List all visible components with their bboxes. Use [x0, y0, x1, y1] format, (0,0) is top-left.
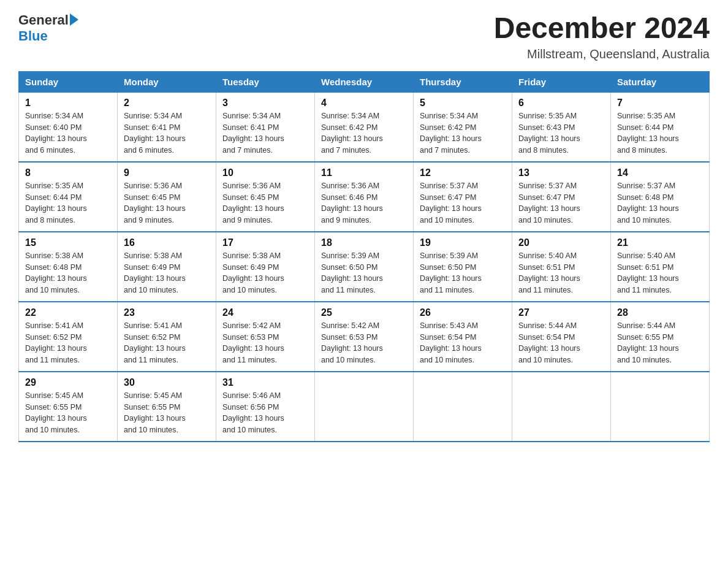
day-info: Sunrise: 5:36 AM Sunset: 6:46 PM Dayligh… [321, 180, 407, 226]
calendar-table: SundayMondayTuesdayWednesdayThursdayFrid… [18, 71, 710, 442]
calendar-title: December 2024 [494, 12, 710, 45]
day-number: 8 [25, 167, 111, 178]
day-info: Sunrise: 5:38 AM Sunset: 6:48 PM Dayligh… [25, 250, 111, 296]
header: General Blue December 2024 Millstream, Q… [18, 12, 710, 61]
day-cell [414, 372, 512, 442]
day-cell: 2Sunrise: 5:34 AM Sunset: 6:41 PM Daylig… [118, 92, 216, 162]
day-number: 13 [518, 167, 604, 178]
day-number: 31 [222, 377, 308, 388]
week-row-4: 22Sunrise: 5:41 AM Sunset: 6:52 PM Dayli… [19, 302, 710, 372]
day-number: 30 [124, 377, 210, 388]
day-info: Sunrise: 5:34 AM Sunset: 6:41 PM Dayligh… [124, 110, 210, 156]
day-info: Sunrise: 5:37 AM Sunset: 6:47 PM Dayligh… [518, 180, 604, 226]
day-info: Sunrise: 5:35 AM Sunset: 6:44 PM Dayligh… [617, 110, 703, 156]
day-number: 23 [124, 307, 210, 318]
day-cell: 20Sunrise: 5:40 AM Sunset: 6:51 PM Dayli… [512, 232, 611, 302]
day-number: 27 [518, 307, 604, 318]
day-cell: 3Sunrise: 5:34 AM Sunset: 6:41 PM Daylig… [216, 92, 315, 162]
day-info: Sunrise: 5:39 AM Sunset: 6:50 PM Dayligh… [321, 250, 407, 296]
day-info: Sunrise: 5:34 AM Sunset: 6:40 PM Dayligh… [25, 110, 111, 156]
day-info: Sunrise: 5:34 AM Sunset: 6:42 PM Dayligh… [420, 110, 506, 156]
day-info: Sunrise: 5:40 AM Sunset: 6:51 PM Dayligh… [518, 250, 604, 296]
week-row-5: 29Sunrise: 5:45 AM Sunset: 6:55 PM Dayli… [19, 372, 710, 442]
day-cell: 29Sunrise: 5:45 AM Sunset: 6:55 PM Dayli… [19, 372, 118, 442]
day-number: 17 [222, 237, 308, 248]
day-info: Sunrise: 5:42 AM Sunset: 6:53 PM Dayligh… [222, 320, 308, 366]
day-cell: 25Sunrise: 5:42 AM Sunset: 6:53 PM Dayli… [315, 302, 414, 372]
day-cell: 22Sunrise: 5:41 AM Sunset: 6:52 PM Dayli… [19, 302, 118, 372]
day-number: 24 [222, 307, 308, 318]
week-row-1: 1Sunrise: 5:34 AM Sunset: 6:40 PM Daylig… [19, 92, 710, 162]
week-row-3: 15Sunrise: 5:38 AM Sunset: 6:48 PM Dayli… [19, 232, 710, 302]
day-info: Sunrise: 5:34 AM Sunset: 6:42 PM Dayligh… [321, 110, 407, 156]
header-cell-saturday: Saturday [611, 71, 710, 92]
title-section: December 2024 Millstream, Queensland, Au… [494, 12, 710, 61]
day-cell [611, 372, 710, 442]
day-cell: 13Sunrise: 5:37 AM Sunset: 6:47 PM Dayli… [512, 162, 611, 232]
header-cell-monday: Monday [118, 71, 216, 92]
day-cell: 11Sunrise: 5:36 AM Sunset: 6:46 PM Dayli… [315, 162, 414, 232]
day-cell: 4Sunrise: 5:34 AM Sunset: 6:42 PM Daylig… [315, 92, 414, 162]
day-number: 19 [420, 237, 506, 248]
day-number: 20 [518, 237, 604, 248]
day-number: 11 [321, 167, 407, 178]
day-cell [315, 372, 414, 442]
header-cell-friday: Friday [512, 71, 611, 92]
day-info: Sunrise: 5:37 AM Sunset: 6:47 PM Dayligh… [420, 180, 506, 226]
day-cell: 9Sunrise: 5:36 AM Sunset: 6:45 PM Daylig… [118, 162, 216, 232]
header-cell-wednesday: Wednesday [315, 71, 414, 92]
day-info: Sunrise: 5:44 AM Sunset: 6:55 PM Dayligh… [617, 320, 703, 366]
week-row-2: 8Sunrise: 5:35 AM Sunset: 6:44 PM Daylig… [19, 162, 710, 232]
day-cell [512, 372, 611, 442]
day-cell: 31Sunrise: 5:46 AM Sunset: 6:56 PM Dayli… [216, 372, 315, 442]
day-number: 6 [518, 98, 604, 109]
day-number: 18 [321, 237, 407, 248]
day-cell: 26Sunrise: 5:43 AM Sunset: 6:54 PM Dayli… [414, 302, 512, 372]
day-cell: 5Sunrise: 5:34 AM Sunset: 6:42 PM Daylig… [414, 92, 512, 162]
day-info: Sunrise: 5:38 AM Sunset: 6:49 PM Dayligh… [124, 250, 210, 296]
day-cell: 14Sunrise: 5:37 AM Sunset: 6:48 PM Dayli… [611, 162, 710, 232]
header-cell-tuesday: Tuesday [216, 71, 315, 92]
day-number: 21 [617, 237, 703, 248]
day-number: 2 [124, 98, 210, 109]
day-number: 29 [25, 377, 111, 388]
header-row: SundayMondayTuesdayWednesdayThursdayFrid… [19, 71, 710, 92]
calendar-subtitle: Millstream, Queensland, Australia [494, 47, 710, 61]
day-number: 9 [124, 167, 210, 178]
day-info: Sunrise: 5:34 AM Sunset: 6:41 PM Dayligh… [222, 110, 308, 156]
day-info: Sunrise: 5:39 AM Sunset: 6:50 PM Dayligh… [420, 250, 506, 296]
logo-blue: Blue [18, 28, 48, 44]
day-info: Sunrise: 5:35 AM Sunset: 6:43 PM Dayligh… [518, 110, 604, 156]
day-cell: 18Sunrise: 5:39 AM Sunset: 6:50 PM Dayli… [315, 232, 414, 302]
day-cell: 21Sunrise: 5:40 AM Sunset: 6:51 PM Dayli… [611, 232, 710, 302]
day-number: 12 [420, 167, 506, 178]
day-cell: 24Sunrise: 5:42 AM Sunset: 6:53 PM Dayli… [216, 302, 315, 372]
day-cell: 8Sunrise: 5:35 AM Sunset: 6:44 PM Daylig… [19, 162, 118, 232]
day-cell: 10Sunrise: 5:36 AM Sunset: 6:45 PM Dayli… [216, 162, 315, 232]
day-info: Sunrise: 5:36 AM Sunset: 6:45 PM Dayligh… [124, 180, 210, 226]
day-info: Sunrise: 5:42 AM Sunset: 6:53 PM Dayligh… [321, 320, 407, 366]
day-number: 5 [420, 98, 506, 109]
day-cell: 28Sunrise: 5:44 AM Sunset: 6:55 PM Dayli… [611, 302, 710, 372]
day-info: Sunrise: 5:36 AM Sunset: 6:45 PM Dayligh… [222, 180, 308, 226]
day-number: 3 [222, 98, 308, 109]
day-number: 22 [25, 307, 111, 318]
day-cell: 6Sunrise: 5:35 AM Sunset: 6:43 PM Daylig… [512, 92, 611, 162]
day-info: Sunrise: 5:46 AM Sunset: 6:56 PM Dayligh… [222, 390, 308, 436]
day-cell: 12Sunrise: 5:37 AM Sunset: 6:47 PM Dayli… [414, 162, 512, 232]
day-number: 28 [617, 307, 703, 318]
day-cell: 23Sunrise: 5:41 AM Sunset: 6:52 PM Dayli… [118, 302, 216, 372]
day-number: 15 [25, 237, 111, 248]
logo-general: General [18, 12, 69, 28]
day-cell: 27Sunrise: 5:44 AM Sunset: 6:54 PM Dayli… [512, 302, 611, 372]
day-info: Sunrise: 5:41 AM Sunset: 6:52 PM Dayligh… [124, 320, 210, 366]
day-cell: 19Sunrise: 5:39 AM Sunset: 6:50 PM Dayli… [414, 232, 512, 302]
logo-arrow-icon [70, 13, 78, 26]
header-cell-sunday: Sunday [19, 71, 118, 92]
day-info: Sunrise: 5:41 AM Sunset: 6:52 PM Dayligh… [25, 320, 111, 366]
day-info: Sunrise: 5:45 AM Sunset: 6:55 PM Dayligh… [124, 390, 210, 436]
day-number: 10 [222, 167, 308, 178]
header-cell-thursday: Thursday [414, 71, 512, 92]
day-info: Sunrise: 5:37 AM Sunset: 6:48 PM Dayligh… [617, 180, 703, 226]
day-cell: 30Sunrise: 5:45 AM Sunset: 6:55 PM Dayli… [118, 372, 216, 442]
